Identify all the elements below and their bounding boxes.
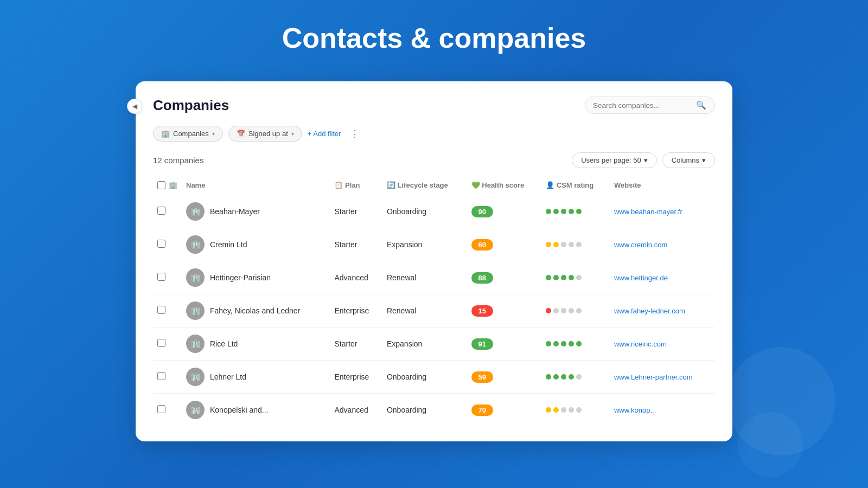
website-cell: www.konop...	[610, 394, 715, 427]
main-card: ◀ Companies 🔍 🏢 Companies ▾ 📅 Signed up …	[136, 81, 732, 441]
company-avatar: 🏢	[186, 301, 205, 320]
website-value[interactable]: www.hettinger.de	[614, 274, 668, 282]
row-checkbox-cell	[153, 261, 182, 294]
website-value[interactable]: www.cremin.com	[614, 241, 667, 249]
website-col-header[interactable]: Website	[610, 176, 715, 195]
company-name[interactable]: Fahey, Nicolas and Ledner	[210, 306, 300, 315]
page-title: Contacts & companies	[282, 22, 586, 54]
company-name-cell: 🏢 Cremin Ltd	[182, 228, 330, 261]
checkbox-col-header: 🏢	[153, 176, 182, 195]
name-col-header[interactable]: Name	[182, 176, 330, 195]
health-score-cell: 88	[467, 261, 541, 294]
plan-value: Advanced	[334, 273, 368, 282]
plan-col-header[interactable]: 📋 Plan	[330, 176, 382, 195]
company-name-cell: 🏢 Lehner Ltd	[182, 361, 330, 394]
lifecycle-col-header[interactable]: 🔄 Lifecycle stage	[382, 176, 467, 195]
table-row: 🏢 Konopelski and... Advanced Onboarding …	[153, 394, 715, 427]
row-checkbox[interactable]	[157, 240, 165, 248]
row-checkbox[interactable]	[157, 306, 165, 314]
search-input[interactable]	[593, 101, 696, 110]
row-checkbox[interactable]	[157, 273, 165, 281]
company-avatar: 🏢	[186, 401, 205, 419]
table-row: 🏢 Rice Ltd Starter Expansion 91 www.rice…	[153, 328, 715, 361]
company-name-cell: 🏢 Konopelski and...	[182, 394, 330, 427]
lifecycle-cell: Onboarding	[382, 361, 467, 394]
row-checkbox-cell	[153, 394, 182, 427]
website-cell: www.riceinc.com	[610, 328, 715, 361]
plan-value: Starter	[334, 240, 357, 249]
name-col-label: Name	[186, 181, 205, 189]
select-all-checkbox[interactable]	[157, 181, 165, 189]
card-header: Companies 🔍	[153, 97, 715, 114]
company-name[interactable]: Cremin Ltd	[210, 240, 247, 249]
row-checkbox[interactable]	[157, 372, 165, 380]
csm-dot	[569, 341, 574, 346]
row-checkbox[interactable]	[157, 339, 165, 347]
csm-dot	[576, 407, 582, 413]
csm-dot	[569, 242, 574, 247]
health-col-header[interactable]: 💚 Health score	[467, 176, 541, 195]
lifecycle-value: Onboarding	[387, 207, 426, 216]
search-icon: 🔍	[696, 100, 706, 110]
company-name[interactable]: Lehner Ltd	[210, 373, 246, 381]
csm-dot	[569, 407, 574, 413]
row-checkbox[interactable]	[157, 207, 165, 215]
companies-filter-label: Companies	[173, 130, 209, 138]
website-cell: www.beahan-mayer.fr	[610, 195, 715, 228]
company-name[interactable]: Konopelski and...	[210, 406, 268, 414]
csm-dot	[546, 242, 551, 247]
table-row: 🏢 Fahey, Nicolas and Ledner Enterprise R…	[153, 294, 715, 328]
csm-col-label: CSM rating	[557, 181, 594, 189]
csm-rating-cell	[541, 228, 610, 261]
signed-up-at-filter-label: Signed up at	[248, 130, 288, 138]
csm-rating-cell	[541, 361, 610, 394]
csm-col-header[interactable]: 👤 CSM rating	[541, 176, 610, 195]
table-body: 🏢 Beahan-Mayer Starter Onboarding 90 www…	[153, 195, 715, 427]
more-options-button[interactable]: ⋮	[347, 128, 363, 140]
website-value[interactable]: www.beahan-mayer.fr	[614, 208, 682, 216]
website-value[interactable]: www.riceinc.com	[614, 340, 667, 348]
search-box: 🔍	[585, 97, 715, 114]
health-score-cell: 90	[467, 195, 541, 228]
plan-cell: Starter	[330, 228, 382, 261]
csm-dot	[546, 275, 551, 280]
website-value[interactable]: www.Lehner-partner.com	[614, 373, 693, 381]
health-score-cell: 91	[467, 328, 541, 361]
csm-dots	[546, 209, 605, 214]
plan-icon: 📋	[334, 181, 345, 189]
add-filter-label: + Add filter	[308, 130, 341, 138]
company-name[interactable]: Beahan-Mayer	[210, 207, 260, 216]
company-name[interactable]: Rice Ltd	[210, 339, 238, 348]
csm-rating-cell	[541, 328, 610, 361]
chevron-down-icon-4: ▾	[702, 156, 706, 164]
csm-dot	[553, 275, 559, 280]
website-col-label: Website	[614, 181, 641, 189]
companies-filter-button[interactable]: 🏢 Companies ▾	[153, 126, 223, 142]
collapse-button[interactable]: ◀	[127, 99, 142, 114]
row-checkbox[interactable]	[157, 405, 165, 413]
website-value[interactable]: www.konop...	[614, 406, 656, 414]
health-score-badge: 91	[471, 338, 493, 350]
csm-dot	[576, 242, 582, 247]
csm-rating-cell	[541, 195, 610, 228]
website-cell: www.fahey-ledner.com	[610, 294, 715, 328]
lifecycle-value: Onboarding	[387, 373, 426, 381]
calendar-icon: 📅	[237, 130, 245, 138]
users-per-page-label: Users per page: 50	[581, 156, 641, 164]
plan-cell: Advanced	[330, 261, 382, 294]
website-value[interactable]: www.fahey-ledner.com	[614, 307, 685, 315]
csm-dot	[546, 308, 551, 313]
csm-dot	[576, 209, 582, 214]
lifecycle-cell: Renewal	[382, 294, 467, 328]
plan-value: Enterprise	[334, 306, 369, 315]
companies-table: 🏢 Name 📋 Plan 🔄 Lifecycle stage 💚 Health	[153, 176, 715, 426]
users-per-page-button[interactable]: Users per page: 50 ▾	[572, 152, 657, 168]
columns-button[interactable]: Columns ▾	[662, 152, 715, 168]
company-name[interactable]: Hettinger-Parisian	[210, 273, 271, 282]
csm-dot	[553, 407, 559, 413]
csm-dots	[546, 341, 605, 346]
signed-up-at-filter-button[interactable]: 📅 Signed up at ▾	[228, 126, 302, 142]
row-checkbox-cell	[153, 228, 182, 261]
add-filter-button[interactable]: + Add filter	[308, 130, 341, 138]
csm-dot	[561, 374, 566, 380]
